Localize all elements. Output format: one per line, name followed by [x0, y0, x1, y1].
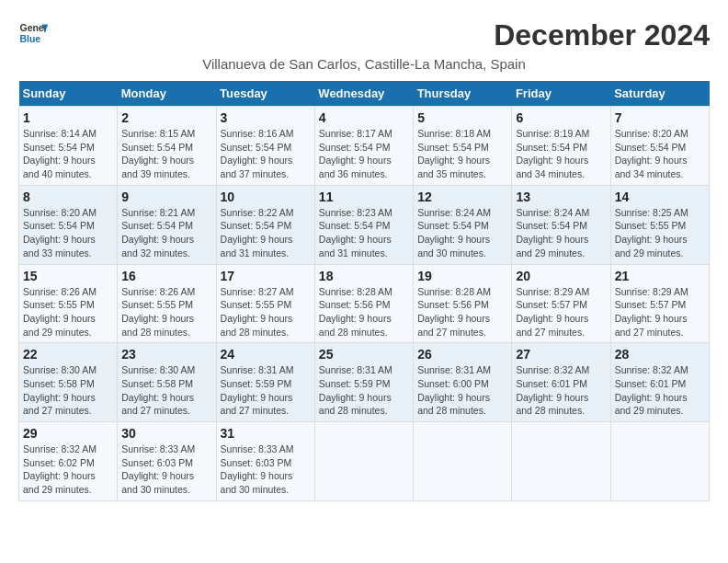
- calendar-cell: 13Sunrise: 8:24 AM Sunset: 5:54 PM Dayli…: [512, 185, 610, 264]
- week-row-2: 8Sunrise: 8:20 AM Sunset: 5:54 PM Daylig…: [19, 185, 710, 264]
- day-detail: Sunrise: 8:20 AM Sunset: 5:54 PM Dayligh…: [23, 206, 113, 260]
- calendar-cell: 30Sunrise: 8:33 AM Sunset: 6:03 PM Dayli…: [118, 422, 216, 501]
- calendar-cell: 2Sunrise: 8:15 AM Sunset: 5:54 PM Daylig…: [118, 107, 216, 186]
- day-detail: Sunrise: 8:28 AM Sunset: 5:56 PM Dayligh…: [319, 285, 409, 339]
- calendar-cell: 9Sunrise: 8:21 AM Sunset: 5:54 PM Daylig…: [118, 185, 216, 264]
- day-number: 8: [23, 190, 113, 204]
- col-saturday: Saturday: [610, 81, 709, 107]
- day-number: 21: [615, 269, 705, 283]
- logo-icon: General Blue: [18, 18, 48, 48]
- col-sunday: Sunday: [19, 81, 118, 107]
- calendar-cell: [610, 422, 709, 501]
- day-number: 25: [319, 347, 409, 362]
- calendar-cell: 7Sunrise: 8:20 AM Sunset: 5:54 PM Daylig…: [610, 107, 709, 186]
- week-row-3: 15Sunrise: 8:26 AM Sunset: 5:55 PM Dayli…: [19, 264, 710, 343]
- calendar-cell: 21Sunrise: 8:29 AM Sunset: 5:57 PM Dayli…: [610, 264, 709, 343]
- day-number: 27: [516, 347, 606, 362]
- day-detail: Sunrise: 8:21 AM Sunset: 5:54 PM Dayligh…: [121, 206, 211, 260]
- day-number: 17: [221, 269, 311, 283]
- calendar-cell: 6Sunrise: 8:19 AM Sunset: 5:54 PM Daylig…: [512, 107, 610, 186]
- day-number: 22: [23, 347, 113, 362]
- day-number: 2: [121, 110, 211, 125]
- calendar-cell: 16Sunrise: 8:26 AM Sunset: 5:55 PM Dayli…: [118, 264, 216, 343]
- calendar-cell: 8Sunrise: 8:20 AM Sunset: 5:54 PM Daylig…: [19, 185, 118, 264]
- calendar-cell: 17Sunrise: 8:27 AM Sunset: 5:55 PM Dayli…: [216, 264, 314, 343]
- header: General Blue December 2024: [18, 18, 710, 52]
- day-number: 7: [615, 110, 705, 125]
- calendar-cell: 22Sunrise: 8:30 AM Sunset: 5:58 PM Dayli…: [19, 343, 118, 422]
- day-detail: Sunrise: 8:22 AM Sunset: 5:54 PM Dayligh…: [221, 206, 311, 260]
- day-detail: Sunrise: 8:16 AM Sunset: 5:54 PM Dayligh…: [221, 127, 311, 181]
- calendar-cell: 4Sunrise: 8:17 AM Sunset: 5:54 PM Daylig…: [314, 107, 413, 186]
- calendar-cell: 3Sunrise: 8:16 AM Sunset: 5:54 PM Daylig…: [216, 107, 314, 186]
- day-detail: Sunrise: 8:24 AM Sunset: 5:54 PM Dayligh…: [516, 206, 606, 260]
- day-detail: Sunrise: 8:32 AM Sunset: 6:02 PM Dayligh…: [23, 442, 113, 497]
- day-detail: Sunrise: 8:27 AM Sunset: 5:55 PM Dayligh…: [221, 285, 311, 339]
- calendar-cell: 27Sunrise: 8:32 AM Sunset: 6:01 PM Dayli…: [512, 343, 610, 422]
- day-detail: Sunrise: 8:18 AM Sunset: 5:54 PM Dayligh…: [417, 127, 507, 181]
- day-detail: Sunrise: 8:33 AM Sunset: 6:03 PM Dayligh…: [121, 442, 211, 497]
- calendar-cell: 11Sunrise: 8:23 AM Sunset: 5:54 PM Dayli…: [314, 185, 413, 264]
- day-number: 14: [615, 190, 705, 204]
- col-monday: Monday: [118, 81, 216, 107]
- calendar-cell: 12Sunrise: 8:24 AM Sunset: 5:54 PM Dayli…: [414, 185, 512, 264]
- day-detail: Sunrise: 8:25 AM Sunset: 5:55 PM Dayligh…: [615, 206, 705, 260]
- col-wednesday: Wednesday: [314, 81, 413, 107]
- day-detail: Sunrise: 8:31 AM Sunset: 5:59 PM Dayligh…: [221, 363, 311, 418]
- day-detail: Sunrise: 8:17 AM Sunset: 5:54 PM Dayligh…: [319, 127, 409, 181]
- day-number: 19: [417, 269, 507, 283]
- day-number: 12: [417, 190, 507, 204]
- day-number: 9: [121, 190, 211, 204]
- day-number: 16: [121, 269, 211, 283]
- calendar-cell: 25Sunrise: 8:31 AM Sunset: 5:59 PM Dayli…: [314, 343, 413, 422]
- day-detail: Sunrise: 8:32 AM Sunset: 6:01 PM Dayligh…: [615, 363, 705, 418]
- calendar-cell: 5Sunrise: 8:18 AM Sunset: 5:54 PM Daylig…: [414, 107, 512, 186]
- calendar-cell: [512, 422, 610, 501]
- calendar-cell: 1Sunrise: 8:14 AM Sunset: 5:54 PM Daylig…: [19, 107, 118, 186]
- day-number: 13: [516, 190, 606, 204]
- col-tuesday: Tuesday: [216, 81, 314, 107]
- calendar-cell: [414, 422, 512, 501]
- day-number: 3: [221, 110, 311, 125]
- header-row: Sunday Monday Tuesday Wednesday Thursday…: [19, 81, 710, 107]
- day-detail: Sunrise: 8:24 AM Sunset: 5:54 PM Dayligh…: [417, 206, 507, 260]
- day-detail: Sunrise: 8:26 AM Sunset: 5:55 PM Dayligh…: [121, 285, 211, 339]
- day-detail: Sunrise: 8:30 AM Sunset: 5:58 PM Dayligh…: [121, 363, 211, 418]
- week-row-4: 22Sunrise: 8:30 AM Sunset: 5:58 PM Dayli…: [19, 343, 710, 422]
- week-row-5: 29Sunrise: 8:32 AM Sunset: 6:02 PM Dayli…: [19, 422, 710, 501]
- day-detail: Sunrise: 8:32 AM Sunset: 6:01 PM Dayligh…: [516, 363, 606, 418]
- day-number: 24: [221, 347, 311, 362]
- day-detail: Sunrise: 8:31 AM Sunset: 5:59 PM Dayligh…: [319, 363, 409, 418]
- day-detail: Sunrise: 8:26 AM Sunset: 5:55 PM Dayligh…: [23, 285, 113, 339]
- calendar-cell: [314, 422, 413, 501]
- day-number: 10: [221, 190, 311, 204]
- day-detail: Sunrise: 8:19 AM Sunset: 5:54 PM Dayligh…: [516, 127, 606, 181]
- page-container: General Blue December 2024 Villanueva de…: [18, 18, 710, 501]
- day-number: 26: [417, 347, 507, 362]
- calendar-cell: 29Sunrise: 8:32 AM Sunset: 6:02 PM Dayli…: [19, 422, 118, 501]
- day-number: 6: [516, 110, 606, 125]
- day-number: 20: [516, 269, 606, 283]
- day-detail: Sunrise: 8:14 AM Sunset: 5:54 PM Dayligh…: [23, 127, 113, 181]
- day-number: 30: [121, 426, 211, 441]
- calendar-cell: 26Sunrise: 8:31 AM Sunset: 6:00 PM Dayli…: [414, 343, 512, 422]
- day-detail: Sunrise: 8:23 AM Sunset: 5:54 PM Dayligh…: [319, 206, 409, 260]
- col-friday: Friday: [512, 81, 610, 107]
- calendar-cell: 31Sunrise: 8:33 AM Sunset: 6:03 PM Dayli…: [216, 422, 314, 501]
- day-number: 11: [319, 190, 409, 204]
- calendar-cell: 23Sunrise: 8:30 AM Sunset: 5:58 PM Dayli…: [118, 343, 216, 422]
- day-number: 23: [121, 347, 211, 362]
- calendar-table: Sunday Monday Tuesday Wednesday Thursday…: [18, 81, 710, 501]
- day-number: 1: [23, 110, 113, 125]
- calendar-cell: 28Sunrise: 8:32 AM Sunset: 6:01 PM Dayli…: [610, 343, 709, 422]
- day-detail: Sunrise: 8:31 AM Sunset: 6:00 PM Dayligh…: [417, 363, 507, 418]
- calendar-cell: 10Sunrise: 8:22 AM Sunset: 5:54 PM Dayli…: [216, 185, 314, 264]
- week-row-1: 1Sunrise: 8:14 AM Sunset: 5:54 PM Daylig…: [19, 107, 710, 186]
- svg-text:Blue: Blue: [20, 34, 41, 44]
- calendar-cell: 19Sunrise: 8:28 AM Sunset: 5:56 PM Dayli…: [414, 264, 512, 343]
- calendar-cell: 18Sunrise: 8:28 AM Sunset: 5:56 PM Dayli…: [314, 264, 413, 343]
- day-number: 15: [23, 269, 113, 283]
- col-thursday: Thursday: [414, 81, 512, 107]
- calendar-cell: 20Sunrise: 8:29 AM Sunset: 5:57 PM Dayli…: [512, 264, 610, 343]
- calendar-cell: 15Sunrise: 8:26 AM Sunset: 5:55 PM Dayli…: [19, 264, 118, 343]
